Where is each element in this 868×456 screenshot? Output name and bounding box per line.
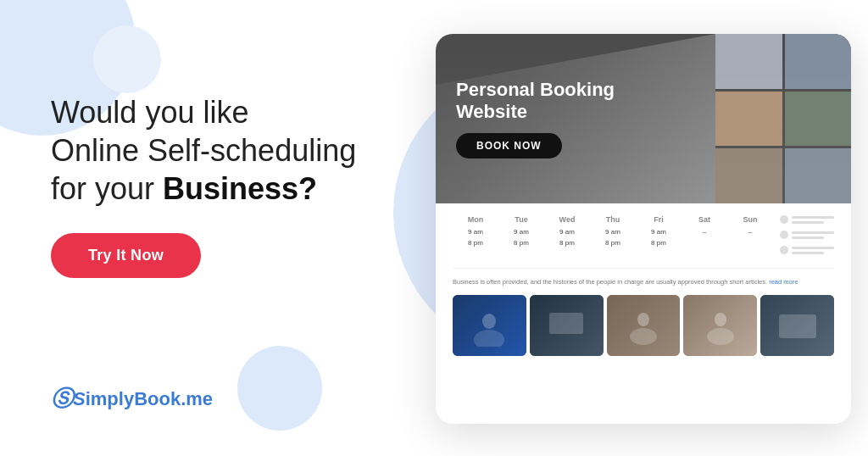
browser-mockup: Personal Booking Website BOOK NOW Mon 9 … xyxy=(436,34,851,424)
day-thu: Thu 9 am8 pm xyxy=(590,215,636,254)
image-strip xyxy=(436,295,851,370)
side-option-1 xyxy=(780,215,834,224)
svg-rect-9 xyxy=(779,314,816,338)
logo: Ⓢ SimplyBook.me xyxy=(51,384,213,414)
svg-point-5 xyxy=(637,313,649,326)
headline-line1: Would you like xyxy=(51,95,248,130)
day-sun: Sun – xyxy=(727,215,773,254)
headline: Would you like Online Self-scheduling fo… xyxy=(51,93,407,208)
side-lines-3 xyxy=(792,247,834,254)
side-lines-1 xyxy=(792,216,834,224)
strip-image-2 xyxy=(530,295,604,356)
side-lines-2 xyxy=(792,231,834,239)
description-text: Business is often provided, and the hist… xyxy=(436,277,851,295)
side-options xyxy=(773,215,834,254)
svg-point-1 xyxy=(482,314,496,329)
side-option-3 xyxy=(780,246,834,254)
headline-line2: Online Self-scheduling xyxy=(51,133,356,168)
schedule-days: Mon 9 am8 pm Tue 9 am8 pm Wed 9 am8 pm T… xyxy=(453,215,834,254)
logo-s: S xyxy=(73,388,86,409)
strip-image-4 xyxy=(683,295,757,356)
strip-image-3 xyxy=(607,295,681,356)
booking-hero: Personal Booking Website BOOK NOW xyxy=(436,34,851,203)
dot-icon-2 xyxy=(780,231,788,239)
hero-photo-5 xyxy=(715,148,782,203)
logo-text: SimplyBook.me xyxy=(73,388,213,410)
hero-title-line2: Website xyxy=(456,101,527,122)
day-sat: Sat – xyxy=(682,215,727,254)
divider-1 xyxy=(453,268,834,269)
dot-icon-1 xyxy=(780,215,788,224)
day-wed: Wed 9 am8 pm xyxy=(544,215,590,254)
svg-rect-4 xyxy=(549,313,583,334)
headline-line3: for your xyxy=(51,171,163,206)
logo-icon: Ⓢ xyxy=(51,384,73,414)
bg-circle-bottom xyxy=(237,346,322,431)
schedule-section: Mon 9 am8 pm Tue 9 am8 pm Wed 9 am8 pm T… xyxy=(436,203,851,268)
strip-image-1 xyxy=(453,295,526,356)
read-more-link[interactable]: read more xyxy=(769,278,798,286)
strip-image-5 xyxy=(760,295,834,356)
logo-text-normal: implyBook xyxy=(86,388,181,409)
svg-point-8 xyxy=(707,328,734,345)
hero-photo-6 xyxy=(785,148,852,203)
hero-title: Personal Booking Website xyxy=(456,79,831,124)
day-mon: Mon 9 am8 pm xyxy=(453,215,498,254)
bg-circle-small-top xyxy=(93,25,161,93)
try-it-now-button[interactable]: Try It Now xyxy=(51,233,201,278)
logo-text-accent: .me xyxy=(181,388,213,409)
svg-point-2 xyxy=(474,330,504,347)
book-now-button[interactable]: BOOK NOW xyxy=(456,133,562,158)
day-tue: Tue 9 am8 pm xyxy=(498,215,544,254)
left-panel: Would you like Online Self-scheduling fo… xyxy=(51,93,407,278)
hero-title-line1: Personal Booking xyxy=(456,79,615,100)
dot-icon-3 xyxy=(780,246,788,254)
headline-bold: Business? xyxy=(163,171,317,206)
svg-point-7 xyxy=(715,313,726,326)
day-fri: Fri 9 am8 pm xyxy=(636,215,682,254)
side-option-2 xyxy=(780,231,834,239)
svg-point-6 xyxy=(630,328,657,345)
